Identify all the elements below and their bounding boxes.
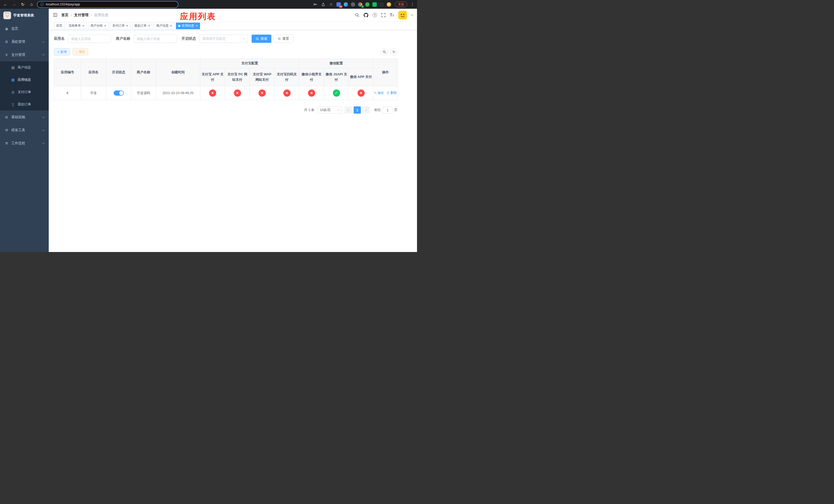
- page-size-select[interactable]: 10条/页: [317, 107, 342, 114]
- sidebar-item-app-info[interactable]: ▦ 应用信息: [0, 74, 49, 86]
- tab-user-group[interactable]: 用户分组 ×: [88, 23, 109, 29]
- gear-icon: ⚙: [4, 40, 9, 44]
- reload-icon[interactable]: ↻: [20, 2, 26, 7]
- col-wechat-jsapi: 微信 JSAPI 支付: [324, 68, 349, 86]
- page-goto-input[interactable]: [382, 107, 392, 114]
- tab-pay-order[interactable]: 支付订单 ×: [110, 23, 131, 29]
- sidebar-item-payment[interactable]: ¥ 支付管理: [0, 48, 49, 61]
- search-button[interactable]: 搜索: [251, 35, 271, 43]
- logo-row: 芋道管理系统: [0, 9, 49, 22]
- chevron-right-icon: [365, 109, 367, 111]
- refresh-icon: ↻: [278, 37, 281, 41]
- delete-button[interactable]: 删除: [387, 91, 397, 95]
- refresh-table-button[interactable]: ↻: [390, 48, 397, 55]
- share-icon[interactable]: [321, 2, 326, 7]
- home-icon[interactable]: ⌂: [29, 2, 35, 7]
- next-page-button[interactable]: [363, 107, 370, 114]
- edit-button[interactable]: ✎ 修改: [374, 91, 384, 95]
- navbar-actions: ? TT: [355, 11, 413, 20]
- password-key-icon[interactable]: [313, 2, 318, 7]
- total-count: 共 1 条: [304, 108, 314, 112]
- status-label: 开启状态: [181, 37, 196, 41]
- bookmark-star-icon[interactable]: ☆: [329, 2, 334, 7]
- sidebar-item-merchant-info[interactable]: ▤ 商户信息: [0, 61, 49, 74]
- font-size-icon[interactable]: TT: [390, 13, 394, 17]
- sidebar-item-home[interactable]: ◉ 首页: [0, 22, 49, 35]
- page-1-button[interactable]: 1: [354, 107, 361, 114]
- sidebar-item-pay-order[interactable]: ◎ 支付订单: [0, 86, 49, 98]
- cell-status: [106, 86, 131, 100]
- github-icon[interactable]: [364, 13, 368, 18]
- sidebar-item-refund-order[interactable]: ▯ 退款订单: [0, 98, 49, 111]
- col-created: 创建时间: [156, 59, 200, 86]
- extension-colorful-icon[interactable]: 1: [358, 2, 363, 7]
- browser-nav: ← → ↻ ⌂: [3, 2, 35, 7]
- col-wechat-mini: 微信小程序支付: [299, 68, 324, 86]
- filter-form: 应用名 商户名称 开启状态 请选择开启状态: [54, 35, 412, 43]
- breadcrumb-home[interactable]: 首页: [61, 13, 68, 18]
- toggle-search-button[interactable]: [380, 48, 388, 55]
- group-wechat-config: 微信配置: [299, 59, 373, 68]
- extension-gray-icon[interactable]: [351, 2, 355, 7]
- sidebar-item-label: 工作流程: [11, 141, 25, 145]
- alipay-scan-status-icon: ×: [283, 90, 290, 97]
- chevron-down-icon: [243, 37, 245, 40]
- extension-green-circle-icon[interactable]: [365, 2, 370, 7]
- monitor-icon: ⊞: [4, 115, 9, 119]
- extension-wechat-icon[interactable]: [372, 2, 377, 7]
- sidebar-collapse-icon[interactable]: [53, 13, 58, 17]
- fullscreen-icon[interactable]: [381, 13, 386, 17]
- browser-chrome: ← → ↻ ⌂ i localhost:1024/pay/app ☆ 10 1: [0, 0, 417, 9]
- add-button[interactable]: + 新增: [54, 48, 70, 55]
- sidebar-item-label: 基础设施: [11, 115, 25, 119]
- logo-avatar: [3, 12, 11, 19]
- chevron-down-icon: [42, 40, 45, 43]
- sidebar-item-label: 研发工具: [11, 128, 25, 133]
- sidebar-item-dev-tools[interactable]: ⚒ 研发工具: [0, 123, 49, 137]
- profile-avatar-icon[interactable]: [387, 2, 391, 7]
- enable-switch[interactable]: [114, 91, 124, 96]
- chevron-down-icon[interactable]: [411, 14, 413, 16]
- alipay-pc-status-icon: ×: [234, 90, 241, 97]
- sidebar-item-infrastructure[interactable]: ⊞ 基础设施: [0, 111, 49, 123]
- tab-merchant-info[interactable]: 商户信息 ×: [154, 23, 174, 29]
- extension-puzzle-icon[interactable]: [379, 2, 384, 7]
- merchant-name-input[interactable]: [134, 35, 177, 43]
- sidebar-item-label: 应用信息: [18, 77, 31, 82]
- close-icon[interactable]: ×: [82, 24, 84, 27]
- tab-process-form[interactable]: 流程表单 ×: [66, 23, 87, 29]
- tab-app-info[interactable]: 应用信息 ×: [176, 23, 200, 29]
- sidebar-item-workflow[interactable]: ⚒ 工作流程: [0, 137, 49, 150]
- prev-page-button[interactable]: [345, 107, 352, 114]
- col-actions: 操作: [373, 59, 398, 86]
- address-bar[interactable]: i localhost:1024/pay/app: [37, 1, 178, 8]
- sidebar-item-label: 支付订单: [18, 90, 31, 94]
- tab-refund-order[interactable]: 退款订单 ×: [132, 23, 153, 29]
- app-name-input[interactable]: [68, 35, 111, 43]
- close-icon[interactable]: ×: [196, 24, 198, 27]
- breadcrumb-payment[interactable]: 支付管理: [74, 13, 88, 18]
- document-icon: ▯: [11, 102, 15, 107]
- export-button[interactable]: ↓ 导出: [72, 48, 88, 55]
- col-merchant: 商户名称: [131, 59, 156, 86]
- reset-button[interactable]: ↻ 重置: [274, 35, 293, 43]
- close-icon[interactable]: ×: [148, 24, 150, 27]
- avatar[interactable]: [398, 11, 407, 20]
- cell-merchant: 芋道源码: [131, 86, 156, 100]
- extension-blue-icon[interactable]: 10: [336, 2, 341, 7]
- sidebar-item-system[interactable]: ⚙ 系统管理: [0, 35, 49, 48]
- status-select[interactable]: 请选择开启状态: [199, 35, 248, 43]
- tab-home[interactable]: 首页: [54, 23, 65, 29]
- forward-icon[interactable]: →: [11, 2, 17, 7]
- browser-menu-icon[interactable]: ⋮: [411, 2, 414, 7]
- close-icon[interactable]: ×: [170, 24, 172, 27]
- extension-gem-icon[interactable]: [344, 2, 348, 7]
- back-icon[interactable]: ←: [3, 2, 8, 7]
- help-icon[interactable]: ?: [373, 13, 377, 17]
- close-icon[interactable]: ×: [126, 24, 128, 27]
- site-info-icon[interactable]: i: [40, 3, 44, 6]
- search-icon[interactable]: [355, 13, 359, 17]
- chrome-update-button[interactable]: 更新: [395, 2, 407, 7]
- col-alipay-wap: 支付宝 WAP 网站支付: [250, 68, 275, 86]
- close-icon[interactable]: ×: [104, 24, 106, 27]
